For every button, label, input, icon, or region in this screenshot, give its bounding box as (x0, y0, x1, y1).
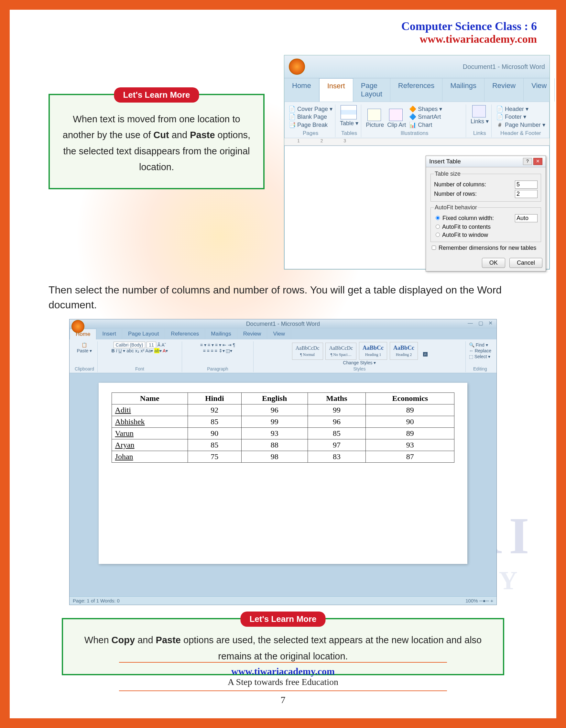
cols-label: Number of columns: (434, 181, 486, 188)
autofit-window-radio[interactable]: AutoFit to window (434, 232, 488, 238)
window-controls[interactable]: — ▢ ✕ (468, 320, 494, 326)
office-button-icon[interactable] (289, 59, 305, 75)
page-header: Computer Science Class : 6 www.tiwariaca… (10, 10, 556, 45)
learn-more-badge-2: Let's Learn More (240, 612, 325, 627)
ribbon2-paragraph: ≡ ▾ ≡ ▾ ≡ ▾ ⇤ ⇥ ¶≡ ≡ ≡ ≡ ⇕▾ ◫▾ Paragraph (182, 341, 254, 372)
ok-button[interactable]: OK (482, 258, 505, 268)
fixed-width-value[interactable]: Auto (515, 214, 538, 222)
tab2-insert[interactable]: Insert (96, 329, 122, 339)
status-right[interactable]: 100% ─●─ + (465, 598, 493, 603)
word2-page: Name Hindi English Maths Economics Aditi… (99, 383, 468, 564)
tab-page-layout[interactable]: Page Layout (353, 78, 390, 102)
style-normal[interactable]: AaBbCcDc¶ Normal (292, 343, 323, 360)
blank-page-button[interactable]: 📄 Blank Page (288, 113, 332, 121)
fixed-width-radio[interactable]: Fixed column width: (434, 215, 494, 222)
select-button[interactable]: Select ▾ (474, 354, 491, 359)
smartart-button[interactable]: 🔷 SmartArt (409, 113, 442, 121)
ruler: 1 2 3 (284, 138, 549, 146)
style-heading2[interactable]: AaBbCcHeading 2 (390, 342, 418, 360)
footer-divider-2 (119, 690, 447, 691)
header-site: www.tiwariacademy.com (10, 33, 537, 45)
dialog-help-icon[interactable]: ? (523, 158, 532, 165)
picture-button[interactable]: Picture (366, 122, 384, 128)
word2-tabs: Home Insert Page Layout References Maili… (70, 329, 496, 339)
shapes-button[interactable]: 🔶 Shapes ▾ (409, 105, 442, 113)
underline-button[interactable]: U (118, 348, 122, 353)
clipart-icon[interactable] (389, 109, 403, 121)
links-icon[interactable] (472, 105, 486, 117)
word1-tabs: Home Insert Page Layout References Maili… (284, 78, 549, 102)
tab2-mailings[interactable]: Mailings (205, 329, 237, 339)
footer-button[interactable]: 📄 Footer ▾ (496, 113, 545, 121)
cols-input[interactable]: 5 (515, 181, 538, 189)
page-number: 7 (10, 694, 556, 705)
ribbon-group-links: Links ▾ Links (468, 105, 492, 137)
tab2-page-layout[interactable]: Page Layout (122, 329, 165, 339)
insert-table-dialog: Insert Table ? ✕ Table size Number of co… (426, 156, 546, 271)
tab2-view[interactable]: View (267, 329, 291, 339)
style-nospacing[interactable]: AaBbCcDc¶ No Spaci… (325, 343, 356, 360)
italic-button[interactable]: I (116, 348, 117, 353)
table-size-group: Table size Number of columns: 5 Number o… (430, 171, 541, 202)
body-paragraph: Then select the number of columns and nu… (10, 270, 556, 319)
find-button[interactable]: Find ▾ (476, 342, 488, 347)
word1-ribbon: 📄 Cover Page ▾ 📄 Blank Page 📑 Page Break… (284, 102, 549, 138)
tab-insert[interactable]: Insert (319, 78, 353, 102)
tab2-review[interactable]: Review (238, 329, 268, 339)
word2-title: Document1 - Microsoft Word (246, 321, 320, 327)
table-row: Aditi92969989 (112, 404, 454, 416)
paste-button[interactable]: Paste (77, 348, 89, 353)
cover-page-button[interactable]: 📄 Cover Page ▾ (288, 105, 332, 113)
footer-site: www.tiwariacademy.com (10, 666, 556, 677)
learn-more-badge: Let's Learn More (114, 87, 199, 103)
ribbon2-clipboard: 📋Paste ▾ Clipboard (72, 341, 98, 372)
remember-checkbox[interactable]: Remember dimensions for new tables (430, 245, 536, 251)
marks-table: Name Hindi English Maths Economics Aditi… (112, 392, 455, 463)
word-screenshot-insert-table: Document1 - Microsoft Word Home Insert P… (284, 55, 550, 270)
table-icon[interactable] (340, 105, 357, 119)
word2-document-area: Name Hindi English Maths Economics Aditi… (70, 373, 496, 596)
page-footer: www.tiwariacademy.com A Step towards fre… (10, 659, 556, 705)
cancel-button[interactable]: Cancel (509, 258, 542, 268)
table-row: Aryan85889793 (112, 439, 454, 451)
page-break-button[interactable]: 📑 Page Break (288, 121, 332, 129)
rows-input[interactable]: 2 (515, 190, 538, 198)
word2-ribbon: 📋Paste ▾ Clipboard Calibri (Body) 11 Â … (70, 339, 496, 373)
document-area: Insert Table ? ✕ Table size Number of co… (284, 146, 549, 269)
replace-button[interactable]: Replace (475, 348, 491, 353)
dialog-titlebar: Insert Table ? ✕ (426, 156, 546, 167)
ribbon-group-illustrations: Picture Clip Art 🔶 Shapes ▾ 🔷 SmartArt 📊… (363, 105, 466, 137)
clipart-button[interactable]: Clip Art (387, 122, 406, 128)
table-row: Varun90938589 (112, 428, 454, 439)
bold-button[interactable]: B (111, 348, 115, 353)
font-family-select[interactable]: Calibri (Body) (114, 342, 146, 348)
tab-references[interactable]: References (390, 78, 443, 102)
dialog-title: Insert Table (429, 158, 461, 165)
chart-button[interactable]: 📊 Chart (409, 121, 442, 129)
dialog-close-icon[interactable]: ✕ (533, 158, 542, 165)
style-heading1[interactable]: AaBbCcHeading 1 (359, 342, 387, 360)
ribbon2-font: Calibri (Body) 11 Â Aˇ B I U ▾ abc x₂ x… (98, 341, 182, 372)
page: TIWARI A C A D E M Y Computer Science Cl… (0, 0, 566, 728)
links-button[interactable]: Links (471, 118, 484, 125)
footer-tagline: A Step towards free Education (10, 677, 556, 687)
word2-statusbar: Page: 1 of 1 Words: 0 100% ─●─ + (70, 596, 496, 605)
table-button[interactable]: Table (340, 120, 354, 127)
table-row: Johan75988387 (112, 451, 454, 463)
tab-home[interactable]: Home (284, 78, 319, 102)
autofit-contents-radio[interactable]: AutoFit to contents (434, 224, 491, 230)
office-button-icon-2[interactable] (72, 320, 84, 333)
font-size-select[interactable]: 11 (147, 342, 156, 348)
page-number-button[interactable]: #️ Page Number ▾ (496, 121, 545, 129)
picture-icon[interactable] (367, 109, 381, 121)
tab-mailings[interactable]: Mailings (442, 78, 484, 102)
learn-more-text-1: When text is moved from one location to … (60, 111, 254, 175)
tab-review[interactable]: Review (484, 78, 524, 102)
tab-view[interactable]: View (524, 78, 555, 102)
tab2-references[interactable]: References (165, 329, 205, 339)
ribbon-group-pages: 📄 Cover Page ▾ 📄 Blank Page 📑 Page Break… (286, 105, 335, 137)
status-left: Page: 1 of 1 Words: 0 (73, 598, 120, 603)
ribbon-group-tables: Table ▾ Tables (337, 105, 361, 137)
header-button[interactable]: 📄 Header ▾ (496, 105, 545, 113)
rows-label: Number of rows: (434, 191, 477, 197)
